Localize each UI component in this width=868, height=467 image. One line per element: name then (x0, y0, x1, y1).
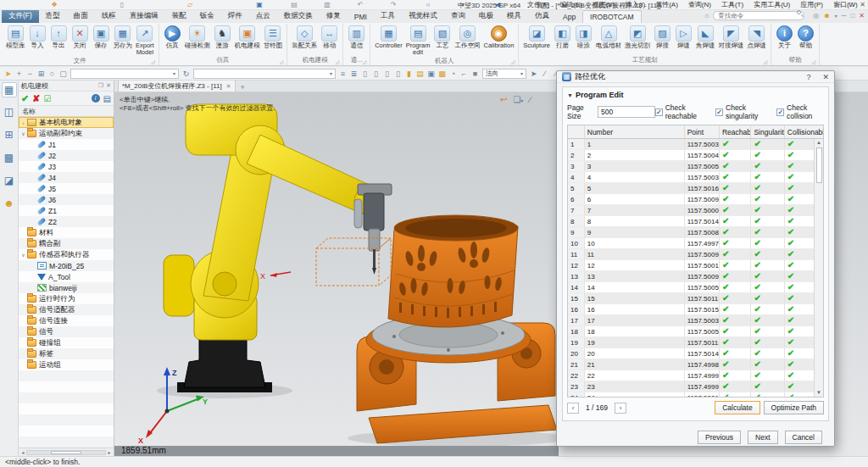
view-1-icon[interactable]: ▯ (359, 68, 370, 80)
table-row[interactable]: 8 8 1157.5014... ✔ ✔ ✔ (568, 216, 823, 227)
ribbon-button[interactable]: ↑导出 (48, 24, 70, 49)
group-expander-icon[interactable]: ◿ (763, 58, 767, 64)
view-3-icon[interactable]: ▯ (381, 68, 392, 80)
mechatronics-manager-icon[interactable]: ▦ (2, 82, 17, 97)
ribbon-tab[interactable]: 直接编辑 (123, 9, 165, 23)
table-row[interactable]: 16 16 1157.5015... ✔ ✔ ✔ (568, 304, 823, 315)
pin-icon[interactable]: ⌐ (459, 68, 470, 80)
visual-scene-icon[interactable]: ◪ (2, 174, 17, 189)
check-option[interactable]: ✓ Check collision (776, 103, 824, 120)
table-row[interactable]: 10 10 1157.4997... ✔ ✔ ✔ (568, 238, 823, 249)
table-row[interactable]: 4 4 1157.5003... ✔ ✔ ✔ (568, 172, 823, 183)
ribbon-button[interactable]: ▨焊接 (652, 24, 673, 49)
group-expander-icon[interactable]: ◿ (363, 58, 367, 64)
menu-item[interactable]: 查询(N) (683, 0, 716, 9)
new-file-icon[interactable]: ▯ (106, 1, 138, 9)
table-row[interactable]: 22 22 1157.4999... ✔ ✔ ✔ (568, 370, 823, 381)
doc-restore-icon[interactable]: □ (850, 12, 854, 19)
tree-item[interactable]: Z2 (19, 216, 114, 227)
group-expander-icon[interactable]: ◿ (336, 58, 340, 64)
tree-item[interactable]: J2 (19, 150, 114, 161)
layer-icon[interactable]: ▤ (415, 68, 426, 80)
tree-item[interactable]: 信号适配器 (19, 304, 114, 315)
tab-close-icon[interactable]: ✕ (226, 83, 231, 90)
ribbon-button[interactable]: ↓导入 (27, 24, 48, 49)
redo-icon[interactable]: ↷ (377, 1, 409, 9)
prev-page-button[interactable]: ‹ (567, 403, 579, 414)
ribbon-button[interactable]: ?帮助 (795, 24, 816, 49)
table-row[interactable]: 3 3 1157.5005... ✔ ✔ ✔ (568, 161, 823, 172)
checkbox-icon[interactable]: ✓ (776, 108, 784, 116)
solid-icon[interactable]: ■ (470, 68, 481, 80)
program-edit-section[interactable]: ▼Program Edit (567, 91, 824, 99)
close-button[interactable]: ✕ (860, 0, 865, 9)
box-select-icon[interactable]: ▢ (58, 68, 69, 80)
ribbon-button[interactable]: ▣保存 (91, 24, 112, 49)
group-expander-icon[interactable]: ◿ (811, 58, 815, 64)
user-role-icon[interactable]: ☻ (2, 197, 17, 212)
validate-button[interactable]: ☑ (43, 92, 51, 105)
check-option[interactable]: ✓ Check reachable (655, 103, 707, 120)
ribbon-tab[interactable]: IROBOTCAM (582, 10, 641, 23)
dialog-title-bar[interactable]: ▦ 路径优化 ? ✕ (557, 71, 834, 83)
previous-button[interactable]: Previous (698, 431, 741, 444)
robot-model[interactable] (164, 104, 381, 392)
tree-item[interactable]: J4 (19, 172, 114, 183)
cancel-button[interactable]: Cancel (785, 431, 822, 444)
pencil-icon[interactable]: ∕ (529, 95, 531, 104)
tree-item[interactable]: J1 (19, 139, 114, 150)
ribbon-button[interactable]: ▣机电建模 (233, 24, 262, 49)
tree-item[interactable]: 材料 (19, 227, 114, 238)
reload-icon[interactable]: ↻ (181, 68, 192, 80)
table-row[interactable]: 7 7 1157.5000... ✔ ✔ ✔ (568, 205, 823, 216)
checkbox-icon[interactable]: ✓ (655, 108, 663, 116)
apply-button[interactable]: ✔ (21, 92, 29, 105)
ribbon-button[interactable]: ◇装配关系 (290, 24, 319, 49)
ribbon-tab[interactable]: 曲面 (67, 9, 95, 23)
doc-minimize-icon[interactable]: ─ (842, 12, 847, 19)
bookmark-icon[interactable]: ▮ (403, 68, 415, 80)
clock-icon[interactable]: ◔ (448, 68, 459, 80)
next-page-button[interactable]: › (615, 403, 626, 414)
table-row[interactable]: 20 20 1157.5014... ✔ ✔ ✔ (568, 348, 823, 359)
ribbon-tab[interactable]: 点云 (249, 9, 277, 23)
solids-icon[interactable]: ▩ (2, 151, 17, 166)
ribbon-button[interactable]: ◤对接焊缝 (717, 24, 746, 49)
expand-arrow-icon[interactable]: › (20, 120, 26, 125)
tree-item[interactable]: 碰撞组 (19, 337, 114, 348)
menu-item[interactable]: 工具(T) (716, 0, 748, 9)
pick-icon[interactable]: ➤ (528, 68, 539, 80)
filter-cursor-icon[interactable]: ➤ (3, 68, 14, 80)
positioner-model[interactable] (357, 314, 557, 443)
tree-item[interactable]: A_Tool (19, 271, 114, 282)
save-icon[interactable]: ▣ (242, 1, 277, 9)
open-file-icon[interactable]: ▱ (139, 1, 241, 9)
table-row[interactable]: 17 17 1157.5003... ✔ ✔ ✔ (568, 315, 823, 326)
regen-icon[interactable]: ○ (410, 1, 446, 9)
optimize-path-button[interactable]: Optimize Path (764, 401, 824, 414)
tree-item[interactable]: J3 (19, 161, 114, 172)
table-row[interactable]: 18 18 1157.5005... ✔ ✔ ✔ (568, 326, 823, 337)
globe-icon[interactable]: ◎ (813, 12, 819, 19)
tree-item[interactable]: M-20iB_25 (19, 260, 114, 271)
workpiece-model[interactable] (388, 215, 518, 327)
zoom-in-icon[interactable]: + (14, 68, 25, 80)
ribbon-button[interactable]: ◩激光切割 (623, 24, 652, 49)
expand-arrow-icon[interactable]: ∨ (20, 252, 26, 258)
panel-dock-icon[interactable]: ❐ (98, 82, 103, 89)
tree-item[interactable]: ∨ 运动副和约束 (19, 128, 114, 139)
ribbon-tab[interactable]: 仿真 (528, 9, 556, 23)
report-icon[interactable]: ▤ (103, 92, 111, 105)
table-scrollbar[interactable]: ▲▼ (814, 139, 823, 397)
group-expander-icon[interactable]: ◿ (511, 58, 515, 64)
ribbon-button[interactable]: ◉Calibration (481, 24, 515, 49)
ribbon-button[interactable]: ♞漫游 (212, 24, 233, 49)
hierarchy-icon[interactable]: ⊞ (2, 128, 17, 143)
grid-snap-icon[interactable]: ⊞ (36, 68, 47, 80)
ribbon-button[interactable]: △电弧增材 (594, 24, 623, 49)
table-row[interactable]: 15 15 1157.5011... ✔ ✔ ✔ (568, 293, 823, 304)
check-option[interactable]: ✓ Check singularity (715, 103, 768, 120)
ribbon-button[interactable]: ◥点焊缝 (746, 24, 769, 49)
table-row[interactable]: 11 11 1157.5009... ✔ ✔ ✔ (568, 249, 823, 260)
ribbon-button[interactable]: ▥通信 (346, 24, 367, 49)
